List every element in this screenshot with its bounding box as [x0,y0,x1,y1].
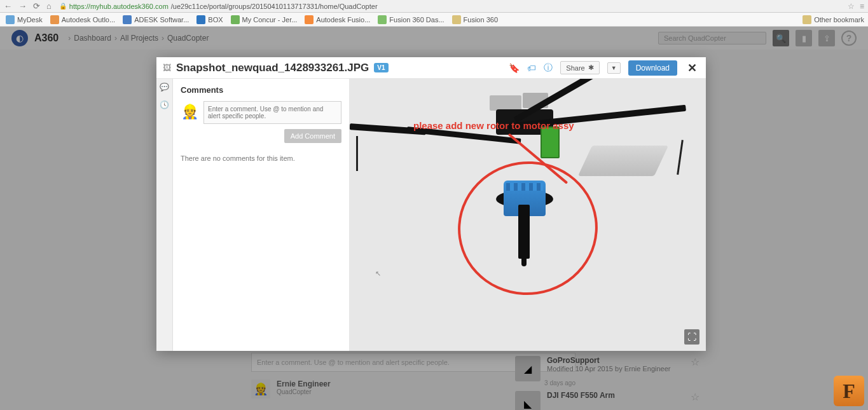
bookmark-label: MyDesk [17,16,43,24]
add-comment-button[interactable]: Add Comment [284,129,341,143]
bookmark-star-icon[interactable]: ☆ [848,2,855,11]
bookmark-outlook[interactable]: Autodesk Outlo... [48,15,117,25]
annotation-text: please add new rotor to motor assy [413,120,574,131]
share-label: Share [566,64,584,72]
url-host: myhub.autodesk360.com [90,3,169,10]
other-bookmarks[interactable]: Other bookmark [803,15,864,24]
bookmark-mydesk[interactable]: MyDesk [4,15,45,25]
bookmark-label: ADESK Softwar... [134,16,189,24]
comment-input[interactable] [203,101,341,124]
bookmark-fusion-dash[interactable]: Fusion 360 Das... [376,15,446,25]
cursor-icon: ↖ [375,270,381,278]
home-icon[interactable]: ⌂ [46,1,52,11]
avatar: 👷 [181,101,198,123]
share-dropdown[interactable]: ▼ [607,62,621,74]
forward-icon[interactable]: → [18,1,27,11]
fusion-logo: F [834,376,864,406]
bookmark-fusion[interactable]: Autodesk Fusio... [303,15,372,25]
empty-comments-text: There are no comments for this item. [181,154,341,162]
modal-left-rail: 💬 🕓 [156,79,173,351]
image-file-icon: 🖼 [163,63,171,72]
tag-action-icon[interactable]: 🏷 [527,63,536,73]
reload-icon[interactable]: ⟳ [33,1,40,11]
download-button[interactable]: Download [628,60,677,76]
share-network-icon: ✱ [588,64,594,72]
modal-filename: Snapshot_newquad_1428933261.JPG [176,62,369,74]
fullscreen-icon[interactable]: ⛶ [684,329,699,345]
url-protocol: https:// [69,3,90,10]
close-icon[interactable]: ✕ [685,61,699,75]
bookmark-adesk[interactable]: ADESK Softwar... [121,15,191,25]
bookmark-label: BOX [208,16,223,24]
bookmarks-bar: MyDesk Autodesk Outlo... ADESK Softwar..… [0,13,868,27]
address-bar[interactable]: 🔒 https://myhub.autodesk360.com/ue29c11c… [59,3,378,10]
bookmark-label: My Concur - Jer... [242,16,298,24]
history-rail-icon[interactable]: 🕓 [160,100,169,109]
bookmark-box[interactable]: BOX [195,15,224,25]
bookmark-fusion360[interactable]: Fusion 360 [450,15,500,25]
comments-rail-icon[interactable]: 💬 [160,83,169,92]
bookmark-label: Other bookmark [814,16,864,24]
info-action-icon[interactable]: ⓘ [544,62,553,74]
share-button[interactable]: Share✱ [560,61,599,74]
comments-panel: Comments 👷 Add Comment There are no comm… [173,79,350,351]
version-badge[interactable]: V1 [374,63,388,72]
menu-icon[interactable]: ≡ [860,2,864,11]
bookmark-label: Autodesk Outlo... [62,16,115,24]
url-path: /ue29c11ce/portal/groups/201504101137173… [171,3,378,10]
bookmark-label: Fusion 360 [464,16,498,24]
bookmark-concur[interactable]: My Concur - Jer... [229,15,300,25]
comments-heading: Comments [181,85,341,95]
bookmark-label: Fusion 360 Das... [389,16,444,24]
image-preview-pane[interactable]: please add new rotor to motor assy ↖ ⛶ [350,79,706,351]
back-icon[interactable]: ← [4,1,12,11]
file-preview-modal: 🖼 Snapshot_newquad_1428933261.JPG V1 🔖 🏷… [156,57,706,351]
bookmark-action-icon[interactable]: 🔖 [509,63,520,73]
lock-icon: 🔒 [59,3,67,10]
bookmark-label: Autodesk Fusio... [316,16,370,24]
modal-title-bar: 🖼 Snapshot_newquad_1428933261.JPG V1 🔖 🏷… [156,57,706,79]
browser-toolbar: ← → ⟳ ⌂ 🔒 https://myhub.autodesk360.com/… [0,0,868,13]
